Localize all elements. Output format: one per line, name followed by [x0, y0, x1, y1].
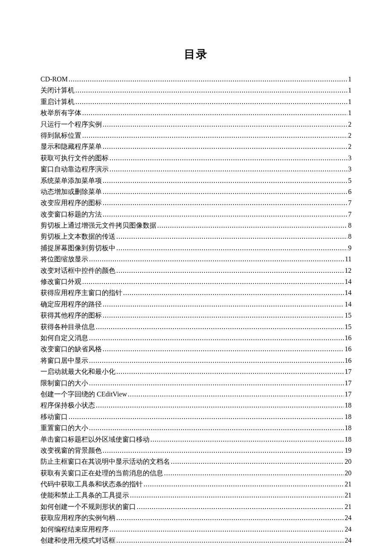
toc-entry-page: 17	[345, 389, 352, 400]
toc-entry[interactable]: 重启计算机1	[40, 96, 352, 107]
toc-entry-label: 改变对话框中控件的颜色	[40, 265, 115, 276]
toc-entry[interactable]: 只运行一个程序实例2	[40, 119, 352, 130]
toc-entry[interactable]: 创建一个字回绕的 CEditView17	[40, 389, 352, 400]
toc-entry[interactable]: 使能和禁止工具条的工具提示21	[40, 490, 352, 501]
toc-entry[interactable]: 重置窗口的大小18	[40, 422, 352, 434]
toc-entry[interactable]: 关闭计算机1	[40, 85, 352, 96]
toc-entry-label: 程序保持极小状态	[40, 400, 95, 411]
toc-leader-dots	[69, 74, 347, 85]
toc-leader-dots	[82, 130, 347, 141]
toc-leader-dots	[164, 468, 344, 479]
toc-entry[interactable]: 获取可执行文件的图标3	[40, 153, 352, 164]
toc-leader-dots	[89, 378, 344, 389]
toc-leader-dots	[103, 141, 347, 152]
toc-entry-label: 系统菜单添加菜单项	[40, 175, 102, 186]
toc-entry[interactable]: 剪切板上通过增强元文件拷贝图像数据8	[40, 220, 352, 231]
toc-entry[interactable]: 获取有关窗口正在处理的当前消息的信息20	[40, 468, 352, 479]
toc-leader-dots	[157, 220, 347, 231]
toc-entry-label: 剪切板上通过增强元文件拷贝图像数据	[40, 220, 156, 231]
toc-entry-label: 限制窗口的大小	[40, 378, 88, 389]
toc-entry-page: 12	[345, 265, 352, 276]
toc-entry-label: 获取可执行文件的图标	[40, 153, 109, 164]
toc-entry-page: 18	[345, 434, 352, 445]
toc-leader-dots	[89, 332, 344, 344]
toc-entry[interactable]: 获得各种目录信息15	[40, 321, 352, 332]
toc-entry-page: 3	[348, 153, 352, 164]
toc-title: 目录	[40, 47, 352, 62]
toc-entry-label: 获得各种目录信息	[40, 321, 95, 332]
toc-entry-label: 创建一个字回绕的 CEditView	[40, 389, 127, 400]
toc-entry-label: 动态增加或删除菜单	[40, 186, 102, 197]
toc-entry[interactable]: 如何自定义消息16	[40, 332, 352, 344]
toc-entry-page: 18	[345, 400, 352, 411]
toc-entry[interactable]: 将窗口居中显示16	[40, 355, 352, 366]
toc-entry-label: 移动窗口	[40, 411, 68, 422]
toc-list: CD-ROM1关闭计算机1重启计算机1枚举所有字体1只运行一个程序实例2得到鼠标…	[40, 74, 352, 546]
toc-entry-page: 19	[345, 445, 352, 456]
toc-entry-page: 11	[345, 254, 352, 265]
toc-entry-label: 关闭计算机	[40, 85, 75, 96]
toc-entry-page: 1	[348, 74, 352, 85]
toc-entry-page: 8	[348, 231, 352, 242]
toc-entry-label: 使能和禁止工具条的工具提示	[40, 490, 129, 501]
toc-entry[interactable]: 改变窗口标题的方法7	[40, 209, 352, 220]
toc-entry-label: 如何创建一个不规则形状的窗口	[40, 501, 136, 512]
toc-entry[interactable]: 防止主框窗口在其说明中显示活动的文档名20	[40, 456, 352, 467]
toc-leader-dots	[103, 445, 344, 456]
toc-entry[interactable]: 将位图缩放显示11	[40, 254, 352, 265]
toc-leader-dots	[137, 501, 344, 512]
toc-entry-page: 7	[348, 197, 352, 208]
toc-entry-label: 如何编程结束应用程序	[40, 524, 109, 535]
toc-leader-dots	[116, 231, 347, 242]
toc-entry[interactable]: 改变视窗的背景颜色19	[40, 445, 352, 456]
toc-entry-label: 获取有关窗口正在处理的当前消息的信息	[40, 468, 163, 479]
toc-entry[interactable]: 捕捉屏幕图像到剪切板中9	[40, 243, 352, 254]
toc-entry-label: 改变窗口标题的方法	[40, 209, 102, 220]
toc-entry[interactable]: 确定应用程序的路径14	[40, 299, 352, 310]
toc-leader-dots	[128, 389, 344, 400]
toc-entry[interactable]: 动态增加或删除菜单6	[40, 186, 352, 197]
toc-entry-page: 8	[348, 220, 352, 231]
toc-entry-page: 24	[345, 524, 352, 535]
toc-entry[interactable]: 改变对话框中控件的颜色12	[40, 265, 352, 276]
toc-entry[interactable]: 一启动就最大化和最小化17	[40, 366, 352, 377]
toc-entry[interactable]: 改变窗口的缺省风格16	[40, 344, 352, 355]
toc-entry[interactable]: 修改窗口外观14	[40, 276, 352, 287]
toc-entry-label: 捕捉屏幕图像到剪切板中	[40, 243, 115, 254]
toc-entry-label: 窗口自动靠边程序演示	[40, 164, 109, 175]
toc-entry[interactable]: CD-ROM1	[40, 74, 352, 85]
toc-leader-dots	[89, 422, 344, 434]
toc-entry[interactable]: 如何创建一个不规则形状的窗口21	[40, 501, 352, 512]
toc-entry-page: 21	[345, 479, 352, 490]
toc-entry[interactable]: 改变应用程序的图标7	[40, 197, 352, 208]
toc-leader-dots	[82, 107, 347, 119]
toc-entry[interactable]: 代码中获取工具条和状态条的指针21	[40, 479, 352, 490]
toc-entry[interactable]: 如何编程结束应用程序24	[40, 524, 352, 535]
toc-entry[interactable]: 得到鼠标位置2	[40, 130, 352, 141]
toc-entry[interactable]: 程序保持极小状态18	[40, 400, 352, 411]
toc-entry[interactable]: 移动窗口18	[40, 411, 352, 422]
toc-entry[interactable]: 枚举所有字体1	[40, 107, 352, 119]
toc-entry[interactable]: 单击窗口标题栏以外区域使窗口移动18	[40, 434, 352, 445]
toc-entry-page: 14	[345, 287, 352, 298]
toc-leader-dots	[89, 254, 344, 265]
toc-entry[interactable]: 创建和使用无模式对话框24	[40, 535, 352, 546]
toc-entry-page: 21	[345, 501, 352, 512]
toc-entry[interactable]: 系统菜单添加菜单项5	[40, 175, 352, 186]
toc-entry[interactable]: 限制窗口的大小17	[40, 378, 352, 389]
toc-entry-page: 18	[345, 422, 352, 434]
toc-entry[interactable]: 获得其他程序的图标15	[40, 310, 352, 321]
toc-leader-dots	[69, 411, 344, 422]
toc-leader-dots	[75, 85, 347, 96]
toc-entry[interactable]: 获得应用程序主窗口的指针14	[40, 287, 352, 298]
toc-entry[interactable]: 获取应用程序的实例句柄24	[40, 512, 352, 523]
toc-entry[interactable]: 剪切板上文本数据的传送8	[40, 231, 352, 242]
toc-entry[interactable]: 显示和隐藏程序菜单2	[40, 141, 352, 152]
toc-leader-dots	[89, 355, 344, 366]
toc-leader-dots	[116, 366, 344, 377]
toc-entry-label: 将位图缩放显示	[40, 254, 88, 265]
toc-entry-page: 16	[345, 344, 352, 355]
toc-entry-label: 改变窗口的缺省风格	[40, 344, 102, 355]
toc-entry-label: CD-ROM	[40, 74, 68, 85]
toc-entry[interactable]: 窗口自动靠边程序演示3	[40, 164, 352, 175]
